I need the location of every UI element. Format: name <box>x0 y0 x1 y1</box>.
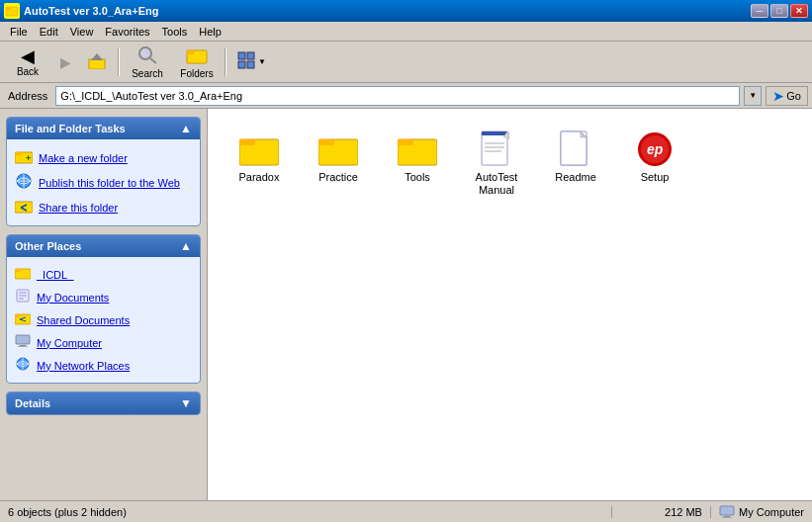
search-label: Search <box>132 68 163 79</box>
content-area: Paradox Practice Tools W <box>208 109 812 500</box>
title-bar-left: AutoTest ver 3.0_Ara+Eng <box>4 3 158 19</box>
file-icon <box>239 130 279 169</box>
icdl-folder-icon <box>15 266 31 283</box>
my-documents-link[interactable]: My Documents <box>13 288 194 306</box>
other-places-body: _ICDL_ My Documents <box>7 257 200 383</box>
status-computer-label: My Computer <box>739 506 804 518</box>
title-text: AutoTest ver 3.0_Ara+Eng <box>24 5 158 17</box>
folders-button[interactable]: Folders <box>173 44 221 80</box>
share-folder-icon <box>15 198 33 217</box>
file-item[interactable]: W AutoTest Manual <box>461 125 532 202</box>
back-button[interactable]: ◀ Back <box>4 44 51 80</box>
my-computer-icon <box>15 334 31 351</box>
views-icon <box>237 51 257 72</box>
svg-rect-14 <box>15 152 22 155</box>
menu-item-file[interactable]: File <box>4 24 34 40</box>
svg-marker-3 <box>91 53 103 60</box>
file-item[interactable]: Practice <box>303 125 374 202</box>
file-icon <box>318 130 358 169</box>
make-folder-link[interactable]: + Make a new folder <box>13 147 194 168</box>
make-folder-icon: + <box>15 148 33 167</box>
file-tasks-body: + Make a new folder Publish th <box>7 139 200 225</box>
svg-rect-12 <box>247 61 254 68</box>
file-tasks-section: File and Folder Tasks ▲ + Make a new fol… <box>6 117 201 226</box>
my-computer-label: My Computer <box>37 337 102 349</box>
computer-icon <box>719 505 735 519</box>
close-button[interactable]: ✕ <box>790 4 808 18</box>
details-header[interactable]: Details ▼ <box>7 392 200 414</box>
svg-line-5 <box>150 58 156 63</box>
my-network-link[interactable]: My Network Places <box>13 356 194 375</box>
up-button[interactable] <box>80 44 114 80</box>
file-label: Paradox <box>239 171 280 184</box>
svg-rect-30 <box>18 346 28 347</box>
forward-button[interactable]: ▶ <box>53 44 78 80</box>
svg-rect-9 <box>238 52 245 59</box>
svg-rect-10 <box>247 52 254 59</box>
go-label: Go <box>786 90 801 102</box>
status-bar: 6 objects (plus 2 hidden) 212 MB My Comp… <box>0 500 812 522</box>
shared-documents-label: Shared Documents <box>37 314 130 326</box>
icdl-label: _ICDL_ <box>37 269 73 281</box>
publish-folder-label: Publish this folder to the Web <box>39 177 180 189</box>
views-button[interactable]: ▼ <box>230 44 273 80</box>
file-item[interactable]: ep Setup <box>619 125 690 202</box>
menu-item-view[interactable]: View <box>64 24 100 40</box>
title-icon <box>4 3 20 19</box>
file-icon: ep <box>635 130 675 169</box>
minimize-button[interactable]: ─ <box>751 4 768 18</box>
shared-documents-link[interactable]: Shared Documents <box>13 310 194 329</box>
back-label: Back <box>17 66 39 77</box>
svg-rect-21 <box>15 269 21 272</box>
back-icon: ◀ <box>21 47 35 65</box>
menu-item-favorites[interactable]: Favorites <box>99 24 155 40</box>
my-network-icon <box>15 357 31 374</box>
file-label: Setup <box>641 171 670 184</box>
toolbar: ◀ Back ▶ Search Folder <box>0 42 812 83</box>
title-bar: AutoTest ver 3.0_Ara+Eng ─ □ ✕ <box>0 0 812 22</box>
maximize-button[interactable]: □ <box>770 4 788 18</box>
svg-rect-28 <box>16 335 30 344</box>
menu-item-tools[interactable]: Tools <box>156 24 194 40</box>
publish-folder-link[interactable]: Publish this folder to the Web <box>13 172 194 193</box>
file-item[interactable]: Tools <box>382 125 453 202</box>
details-collapse-icon: ▼ <box>180 396 192 410</box>
file-tasks-header[interactable]: File and Folder Tasks ▲ <box>7 118 200 139</box>
svg-rect-39 <box>398 139 413 145</box>
file-label: Tools <box>405 171 430 184</box>
my-computer-link[interactable]: My Computer <box>13 333 194 352</box>
menu-item-help[interactable]: Help <box>193 24 227 40</box>
other-places-header[interactable]: Other Places ▲ <box>7 235 200 257</box>
menu-item-edit[interactable]: Edit <box>34 24 64 40</box>
svg-rect-58 <box>720 506 734 515</box>
address-bar: Address ▼ ➤ Go <box>0 83 812 109</box>
folders-icon <box>186 44 208 67</box>
icdl-link[interactable]: _ICDL_ <box>13 265 194 284</box>
go-button[interactable]: ➤ Go <box>766 86 808 106</box>
svg-text:+: + <box>26 153 31 163</box>
address-input[interactable] <box>55 86 740 106</box>
share-folder-link[interactable]: Share this folder <box>13 197 194 218</box>
other-places-section: Other Places ▲ _ICDL_ <box>6 234 201 384</box>
svg-point-6 <box>141 49 149 57</box>
file-item[interactable]: Readme <box>540 125 611 202</box>
svg-rect-37 <box>318 139 334 145</box>
search-button[interactable]: Search <box>124 44 171 80</box>
file-icon <box>398 130 437 169</box>
address-dropdown[interactable]: ▼ <box>744 86 762 106</box>
status-objects: 6 objects (plus 2 hidden) <box>0 506 612 518</box>
svg-rect-35 <box>239 139 255 145</box>
svg-rect-11 <box>238 61 245 68</box>
file-tasks-collapse-icon: ▲ <box>180 122 192 135</box>
details-title: Details <box>15 397 50 409</box>
svg-rect-60 <box>722 517 732 518</box>
make-folder-label: Make a new folder <box>39 152 128 164</box>
folders-label: Folders <box>180 68 213 79</box>
svg-text:W: W <box>486 134 492 140</box>
file-tasks-title: File and Folder Tasks <box>15 123 126 134</box>
svg-rect-19 <box>15 202 33 213</box>
menu-bar: FileEditViewFavoritesToolsHelp <box>0 22 812 42</box>
file-item[interactable]: Paradox <box>224 125 295 202</box>
my-documents-label: My Documents <box>37 292 109 304</box>
status-computer: My Computer <box>711 505 812 519</box>
